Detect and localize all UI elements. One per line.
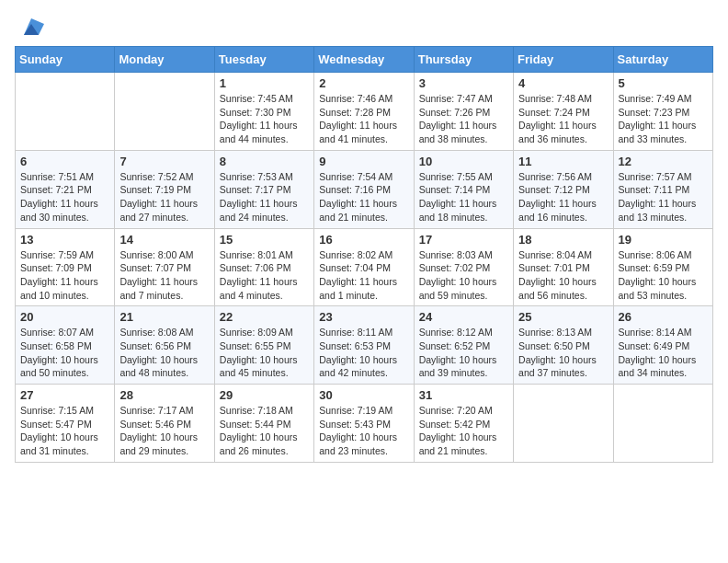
calendar-cell: 23Sunrise: 8:11 AMSunset: 6:53 PMDayligh…: [314, 306, 414, 385]
cell-content: Sunrise: 7:20 AMSunset: 5:42 PMDaylight:…: [419, 404, 508, 458]
calendar-week-row: 6Sunrise: 7:51 AMSunset: 7:21 PMDaylight…: [16, 150, 713, 228]
calendar-cell: 24Sunrise: 8:12 AMSunset: 6:52 PMDayligh…: [414, 306, 513, 385]
cell-content: Sunrise: 8:11 AMSunset: 6:53 PMDaylight:…: [319, 326, 408, 380]
calendar-cell: 7Sunrise: 7:52 AMSunset: 7:19 PMDaylight…: [115, 150, 214, 228]
cell-content: Sunrise: 7:18 AMSunset: 5:44 PMDaylight:…: [220, 404, 309, 458]
day-number: 1: [220, 76, 309, 90]
cell-content: Sunrise: 8:14 AMSunset: 6:49 PMDaylight:…: [619, 326, 708, 380]
weekday-header-wednesday: Wednesday: [314, 47, 414, 73]
calendar-cell: 25Sunrise: 8:13 AMSunset: 6:50 PMDayligh…: [514, 306, 613, 385]
day-number: 26: [619, 310, 708, 324]
cell-content: Sunrise: 8:13 AMSunset: 6:50 PMDaylight:…: [518, 326, 608, 380]
day-number: 14: [119, 233, 209, 247]
calendar-cell: 4Sunrise: 7:48 AMSunset: 7:24 PMDaylight…: [514, 73, 613, 151]
day-number: 17: [419, 233, 508, 247]
cell-content: Sunrise: 7:45 AMSunset: 7:30 PMDaylight:…: [220, 92, 309, 146]
cell-content: Sunrise: 8:00 AMSunset: 7:07 PMDaylight:…: [119, 248, 209, 303]
day-number: 25: [518, 310, 608, 324]
page: SundayMondayTuesdayWednesdayThursdayFrid…: [0, 0, 728, 477]
cell-content: Sunrise: 8:03 AMSunset: 7:02 PMDaylight:…: [419, 248, 508, 303]
cell-content: Sunrise: 7:49 AMSunset: 7:23 PMDaylight:…: [619, 92, 708, 146]
day-number: 3: [419, 76, 508, 90]
calendar-cell: 1Sunrise: 7:45 AMSunset: 7:30 PMDaylight…: [214, 73, 313, 151]
calendar-cell: 31Sunrise: 7:20 AMSunset: 5:42 PMDayligh…: [414, 385, 513, 463]
calendar-cell: 15Sunrise: 8:01 AMSunset: 7:06 PMDayligh…: [214, 228, 313, 306]
cell-content: Sunrise: 7:56 AMSunset: 7:12 PMDaylight:…: [518, 170, 608, 224]
header: [15, 9, 713, 40]
calendar-cell: 14Sunrise: 8:00 AMSunset: 7:07 PMDayligh…: [115, 228, 214, 306]
calendar-cell: 28Sunrise: 7:17 AMSunset: 5:46 PMDayligh…: [115, 385, 214, 463]
calendar-cell: [16, 73, 115, 151]
calendar-cell: 13Sunrise: 7:59 AMSunset: 7:09 PMDayligh…: [16, 228, 115, 306]
day-number: 29: [220, 388, 309, 402]
calendar-week-row: 27Sunrise: 7:15 AMSunset: 5:47 PMDayligh…: [16, 385, 713, 463]
day-number: 20: [20, 310, 109, 324]
day-number: 4: [518, 76, 608, 90]
cell-content: Sunrise: 8:02 AMSunset: 7:04 PMDaylight:…: [319, 248, 408, 303]
calendar-cell: 18Sunrise: 8:04 AMSunset: 7:01 PMDayligh…: [514, 228, 613, 306]
day-number: 13: [20, 233, 109, 247]
cell-content: Sunrise: 8:12 AMSunset: 6:52 PMDaylight:…: [419, 326, 508, 380]
cell-content: Sunrise: 8:04 AMSunset: 7:01 PMDaylight:…: [518, 248, 608, 303]
day-number: 28: [119, 388, 209, 402]
logo-icon: [18, 15, 44, 40]
cell-content: Sunrise: 7:59 AMSunset: 7:09 PMDaylight:…: [20, 248, 109, 303]
day-number: 7: [119, 155, 209, 168]
day-number: 22: [220, 310, 309, 324]
calendar-cell: 29Sunrise: 7:18 AMSunset: 5:44 PMDayligh…: [214, 385, 313, 463]
cell-content: Sunrise: 7:19 AMSunset: 5:43 PMDaylight:…: [319, 404, 408, 458]
day-number: 24: [419, 310, 508, 324]
calendar-cell: 30Sunrise: 7:19 AMSunset: 5:43 PMDayligh…: [314, 385, 414, 463]
day-number: 16: [319, 233, 408, 247]
logo: [15, 13, 44, 40]
calendar-cell: 11Sunrise: 7:56 AMSunset: 7:12 PMDayligh…: [514, 150, 613, 228]
calendar-cell: 19Sunrise: 8:06 AMSunset: 6:59 PMDayligh…: [613, 228, 712, 306]
cell-content: Sunrise: 7:15 AMSunset: 5:47 PMDaylight:…: [20, 404, 109, 458]
weekday-header-monday: Monday: [115, 47, 214, 73]
calendar-header-row: SundayMondayTuesdayWednesdayThursdayFrid…: [16, 47, 713, 73]
calendar-cell: 3Sunrise: 7:47 AMSunset: 7:26 PMDaylight…: [414, 73, 513, 151]
calendar-cell: 27Sunrise: 7:15 AMSunset: 5:47 PMDayligh…: [16, 385, 115, 463]
day-number: 18: [518, 233, 608, 247]
cell-content: Sunrise: 8:06 AMSunset: 6:59 PMDaylight:…: [619, 248, 708, 303]
day-number: 19: [619, 233, 708, 247]
weekday-header-sunday: Sunday: [16, 47, 115, 73]
calendar-table: SundayMondayTuesdayWednesdayThursdayFrid…: [15, 46, 713, 463]
calendar-cell: 12Sunrise: 7:57 AMSunset: 7:11 PMDayligh…: [613, 150, 712, 228]
calendar-week-row: 20Sunrise: 8:07 AMSunset: 6:58 PMDayligh…: [16, 306, 713, 385]
cell-content: Sunrise: 8:07 AMSunset: 6:58 PMDaylight:…: [20, 326, 109, 380]
calendar-cell: 10Sunrise: 7:55 AMSunset: 7:14 PMDayligh…: [414, 150, 513, 228]
cell-content: Sunrise: 7:51 AMSunset: 7:21 PMDaylight:…: [20, 170, 109, 224]
cell-content: Sunrise: 7:48 AMSunset: 7:24 PMDaylight:…: [518, 92, 608, 146]
calendar-week-row: 1Sunrise: 7:45 AMSunset: 7:30 PMDaylight…: [16, 73, 713, 151]
day-number: 27: [20, 388, 109, 402]
day-number: 21: [119, 310, 209, 324]
cell-content: Sunrise: 7:47 AMSunset: 7:26 PMDaylight:…: [419, 92, 508, 146]
cell-content: Sunrise: 8:09 AMSunset: 6:55 PMDaylight:…: [220, 326, 309, 380]
day-number: 30: [319, 388, 408, 402]
cell-content: Sunrise: 8:01 AMSunset: 7:06 PMDaylight:…: [220, 248, 309, 303]
calendar-cell: 21Sunrise: 8:08 AMSunset: 6:56 PMDayligh…: [115, 306, 214, 385]
day-number: 2: [319, 76, 408, 90]
calendar-cell: 2Sunrise: 7:46 AMSunset: 7:28 PMDaylight…: [314, 73, 414, 151]
cell-content: Sunrise: 7:52 AMSunset: 7:19 PMDaylight:…: [119, 170, 209, 224]
calendar-cell: 5Sunrise: 7:49 AMSunset: 7:23 PMDaylight…: [613, 73, 712, 151]
calendar-cell: 26Sunrise: 8:14 AMSunset: 6:49 PMDayligh…: [613, 306, 712, 385]
calendar-cell: 20Sunrise: 8:07 AMSunset: 6:58 PMDayligh…: [16, 306, 115, 385]
calendar-cell: [613, 385, 712, 463]
day-number: 9: [319, 155, 408, 168]
calendar-cell: 22Sunrise: 8:09 AMSunset: 6:55 PMDayligh…: [214, 306, 313, 385]
day-number: 5: [619, 76, 708, 90]
cell-content: Sunrise: 7:55 AMSunset: 7:14 PMDaylight:…: [419, 170, 508, 224]
calendar-cell: 16Sunrise: 8:02 AMSunset: 7:04 PMDayligh…: [314, 228, 414, 306]
day-number: 23: [319, 310, 408, 324]
calendar-cell: [514, 385, 613, 463]
cell-content: Sunrise: 7:17 AMSunset: 5:46 PMDaylight:…: [119, 404, 209, 458]
day-number: 12: [619, 155, 708, 168]
cell-content: Sunrise: 7:53 AMSunset: 7:17 PMDaylight:…: [220, 170, 309, 224]
weekday-header-friday: Friday: [514, 47, 613, 73]
calendar-cell: 8Sunrise: 7:53 AMSunset: 7:17 PMDaylight…: [214, 150, 313, 228]
cell-content: Sunrise: 7:57 AMSunset: 7:11 PMDaylight:…: [619, 170, 708, 224]
calendar-cell: 6Sunrise: 7:51 AMSunset: 7:21 PMDaylight…: [16, 150, 115, 228]
weekday-header-thursday: Thursday: [414, 47, 513, 73]
